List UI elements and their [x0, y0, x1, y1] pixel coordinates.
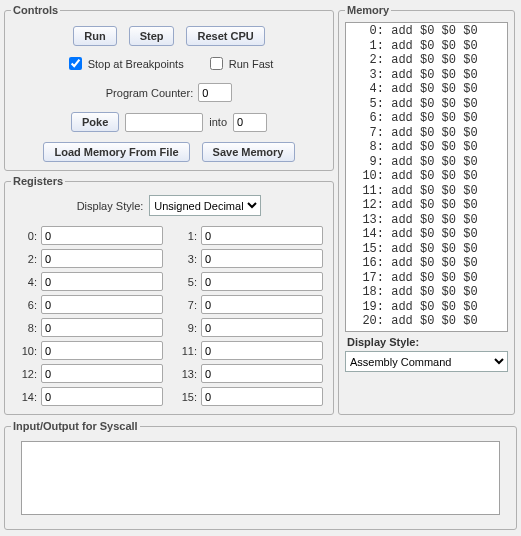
- register-row-10: 10:: [15, 341, 163, 360]
- controls-legend: Controls: [11, 4, 60, 16]
- register-input-15[interactable]: [201, 387, 323, 406]
- register-label-13: 13:: [175, 368, 197, 380]
- register-label-6: 6:: [15, 299, 37, 311]
- register-row-13: 13:: [175, 364, 323, 383]
- register-input-5[interactable]: [201, 272, 323, 291]
- io-panel: Input/Output for Syscall: [4, 420, 517, 530]
- register-label-11: 11:: [175, 345, 197, 357]
- register-label-2: 2:: [15, 253, 37, 265]
- register-input-11[interactable]: [201, 341, 323, 360]
- register-input-10[interactable]: [41, 341, 163, 360]
- register-label-12: 12:: [15, 368, 37, 380]
- register-label-1: 1:: [175, 230, 197, 242]
- register-input-2[interactable]: [41, 249, 163, 268]
- poke-into-label: into: [209, 116, 227, 128]
- poke-value-input[interactable]: [125, 113, 203, 132]
- load-memory-button[interactable]: Load Memory From File: [43, 142, 189, 162]
- controls-panel: Controls Run Step Reset CPU Stop at Brea…: [4, 4, 334, 171]
- register-input-14[interactable]: [41, 387, 163, 406]
- register-label-4: 4:: [15, 276, 37, 288]
- register-input-4[interactable]: [41, 272, 163, 291]
- memory-style-label: Display Style:: [347, 336, 508, 348]
- memory-panel: Memory 0: add $0 $0 $0 1: add $0 $0 $0 2…: [338, 4, 515, 415]
- register-label-8: 8:: [15, 322, 37, 334]
- run-button[interactable]: Run: [73, 26, 116, 46]
- register-label-14: 14:: [15, 391, 37, 403]
- register-label-9: 9:: [175, 322, 197, 334]
- register-input-0[interactable]: [41, 226, 163, 245]
- registers-panel: Registers Display Style: Unsigned Decima…: [4, 175, 334, 415]
- register-row-14: 14:: [15, 387, 163, 406]
- register-input-8[interactable]: [41, 318, 163, 337]
- run-fast-label[interactable]: Run Fast: [206, 54, 274, 73]
- register-row-5: 5:: [175, 272, 323, 291]
- register-row-1: 1:: [175, 226, 323, 245]
- run-fast-checkbox[interactable]: [210, 57, 223, 70]
- register-label-15: 15:: [175, 391, 197, 403]
- poke-address-input[interactable]: [233, 113, 267, 132]
- register-style-select[interactable]: Unsigned Decimal: [149, 195, 261, 216]
- save-memory-button[interactable]: Save Memory: [202, 142, 295, 162]
- io-legend: Input/Output for Syscall: [11, 420, 140, 432]
- register-label-5: 5:: [175, 276, 197, 288]
- register-label-0: 0:: [15, 230, 37, 242]
- register-label-10: 10:: [15, 345, 37, 357]
- register-row-15: 15:: [175, 387, 323, 406]
- step-button[interactable]: Step: [129, 26, 175, 46]
- register-input-1[interactable]: [201, 226, 323, 245]
- register-input-7[interactable]: [201, 295, 323, 314]
- memory-list[interactable]: 0: add $0 $0 $0 1: add $0 $0 $0 2: add $…: [345, 22, 508, 332]
- register-label-3: 3:: [175, 253, 197, 265]
- register-row-8: 8:: [15, 318, 163, 337]
- register-label-7: 7:: [175, 299, 197, 311]
- stop-breakpoints-label[interactable]: Stop at Breakpoints: [65, 54, 184, 73]
- program-counter-label: Program Counter:: [106, 87, 193, 99]
- register-row-9: 9:: [175, 318, 323, 337]
- io-textarea[interactable]: [21, 441, 500, 515]
- poke-button[interactable]: Poke: [71, 112, 119, 132]
- register-row-0: 0:: [15, 226, 163, 245]
- register-row-6: 6:: [15, 295, 163, 314]
- register-row-4: 4:: [15, 272, 163, 291]
- reset-cpu-button[interactable]: Reset CPU: [186, 26, 264, 46]
- registers-legend: Registers: [11, 175, 65, 187]
- register-row-2: 2:: [15, 249, 163, 268]
- register-row-3: 3:: [175, 249, 323, 268]
- memory-style-select[interactable]: Assembly Command: [345, 351, 508, 372]
- register-input-3[interactable]: [201, 249, 323, 268]
- register-row-7: 7:: [175, 295, 323, 314]
- register-input-6[interactable]: [41, 295, 163, 314]
- register-style-label: Display Style:: [77, 200, 144, 212]
- program-counter-input[interactable]: [198, 83, 232, 102]
- register-input-12[interactable]: [41, 364, 163, 383]
- register-input-13[interactable]: [201, 364, 323, 383]
- register-row-11: 11:: [175, 341, 323, 360]
- stop-breakpoints-checkbox[interactable]: [69, 57, 82, 70]
- register-input-9[interactable]: [201, 318, 323, 337]
- register-row-12: 12:: [15, 364, 163, 383]
- memory-legend: Memory: [345, 4, 391, 16]
